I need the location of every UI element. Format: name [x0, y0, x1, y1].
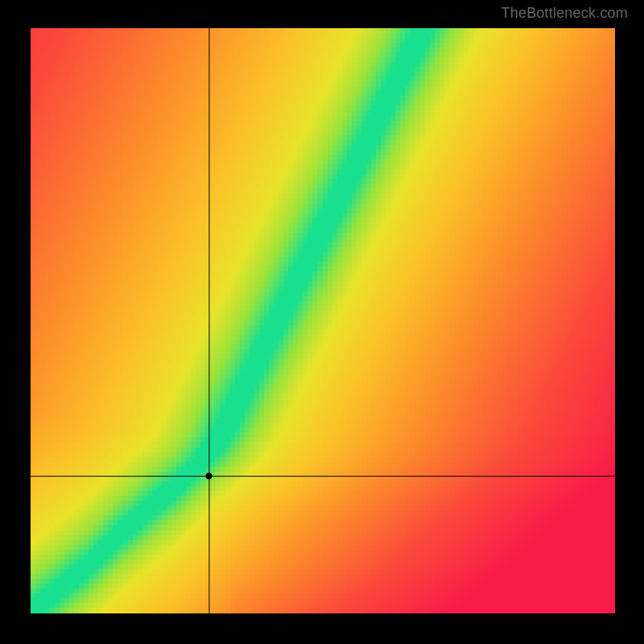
bottleneck-heatmap: [0, 0, 644, 644]
watermark-text: TheBottleneck.com: [502, 5, 628, 22]
